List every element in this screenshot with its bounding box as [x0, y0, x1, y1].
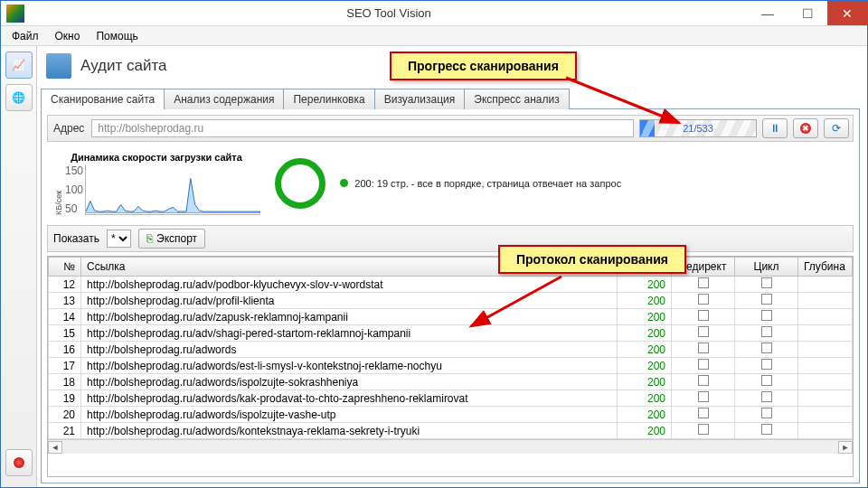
status-dot-icon — [340, 179, 348, 187]
cell-cycle[interactable] — [735, 309, 798, 325]
table-row[interactable]: 13http://bolsheprodag.ru/adv/profil-klie… — [49, 293, 853, 309]
table-row[interactable]: 16http://bolsheprodag.ru/adwords200 — [49, 342, 853, 358]
cell-redirect[interactable] — [672, 309, 735, 325]
cell-depth — [798, 293, 853, 309]
vertical-toolbar: 📈 🌐 — [1, 46, 37, 487]
pause-button[interactable]: ⏸ — [762, 118, 788, 138]
cell-cycle[interactable] — [735, 325, 798, 342]
filter-select[interactable]: * — [107, 230, 131, 248]
table-row[interactable]: 18http://bolsheprodag.ru/adwords/ispolzu… — [49, 374, 853, 390]
minimize-button[interactable]: — — [748, 1, 788, 25]
refresh-icon: ⟳ — [832, 122, 841, 135]
table-row[interactable]: 19http://bolsheprodag.ru/adwords/kak-pro… — [49, 390, 853, 407]
cell-no: 20 — [49, 407, 81, 423]
audit-icon — [46, 53, 71, 79]
callout-protocol: Протокол сканирования — [498, 245, 686, 274]
table-row[interactable]: 20http://bolsheprodag.ru/adwords/ispolzu… — [49, 407, 853, 423]
cell-answer: 200 — [618, 358, 672, 374]
chart-icon: 📈 — [12, 59, 25, 71]
cell-redirect[interactable] — [672, 325, 735, 342]
cell-redirect[interactable] — [672, 277, 735, 293]
scroll-left-icon[interactable]: ◄ — [48, 441, 62, 454]
app-icon — [6, 5, 24, 23]
scroll-right-icon[interactable]: ► — [838, 441, 853, 454]
tool-globe-button[interactable]: 🌐 — [5, 84, 33, 111]
menu-help[interactable]: Помощь — [89, 28, 145, 44]
pause-icon: ⏸ — [769, 122, 780, 135]
cell-answer: 200 — [618, 407, 672, 423]
cell-answer: 200 — [618, 277, 672, 293]
cell-redirect[interactable] — [672, 293, 735, 309]
tab-express[interactable]: Экспресс анализ — [464, 89, 569, 109]
cell-cycle[interactable] — [735, 358, 798, 374]
cell-redirect[interactable] — [672, 342, 735, 358]
col-no[interactable]: № — [49, 258, 81, 277]
cell-depth — [798, 374, 853, 390]
cell-answer: 200 — [618, 374, 672, 390]
status-legend: 200: 19 стр. - все в порядке, страница о… — [340, 177, 621, 190]
cell-no: 18 — [49, 374, 81, 390]
cell-redirect[interactable] — [672, 390, 735, 407]
cell-cycle[interactable] — [735, 390, 798, 407]
export-button[interactable]: ⎘ Экспорт — [138, 229, 205, 249]
address-label: Адрес — [52, 122, 86, 135]
chart-area — [85, 164, 260, 215]
tab-visual[interactable]: Визуализация — [374, 89, 466, 109]
cell-cycle[interactable] — [735, 407, 798, 423]
export-label: Экспорт — [156, 232, 197, 245]
cell-link: http://bolsheprodag.ru/adv/profil-klient… — [81, 293, 618, 309]
cell-cycle[interactable] — [735, 342, 798, 358]
status-ring — [275, 158, 326, 209]
table-row[interactable]: 14http://bolsheprodag.ru/adv/zapusk-rekl… — [49, 309, 853, 325]
cell-redirect[interactable] — [672, 423, 735, 439]
cell-link: http://bolsheprodag.ru/adv/shagi-pered-s… — [81, 325, 618, 342]
refresh-button[interactable]: ⟳ — [824, 118, 849, 138]
table-row[interactable]: 21http://bolsheprodag.ru/adwords/konteks… — [49, 423, 853, 439]
legend-text: 200: 19 стр. - все в порядке, страница о… — [354, 178, 621, 189]
cell-answer: 200 — [618, 293, 672, 309]
close-button[interactable]: ✕ — [827, 1, 867, 25]
cell-depth — [798, 342, 853, 358]
horizontal-scrollbar[interactable]: ◄ ► — [48, 439, 853, 454]
stop-icon: ✖ — [800, 123, 811, 134]
address-input[interactable] — [91, 119, 634, 137]
cell-redirect[interactable] — [672, 407, 735, 423]
cell-depth — [798, 390, 853, 407]
tab-scan[interactable]: Сканирование сайта — [41, 89, 165, 109]
menu-file[interactable]: Файл — [5, 28, 46, 44]
cell-cycle[interactable] — [735, 293, 798, 309]
record-button[interactable] — [5, 449, 33, 476]
callout-progress: Прогресс сканирования — [390, 52, 577, 80]
stop-button[interactable]: ✖ — [793, 118, 818, 138]
chart-title: Динамика скорости загрузки сайта — [52, 152, 260, 163]
cell-cycle[interactable] — [735, 374, 798, 390]
cell-depth — [798, 358, 853, 374]
col-cycle[interactable]: Цикл — [735, 258, 798, 277]
table-row[interactable]: 15http://bolsheprodag.ru/adv/shagi-pered… — [49, 325, 853, 342]
col-depth[interactable]: Глубина — [798, 258, 853, 277]
cell-cycle[interactable] — [735, 277, 798, 293]
cell-answer: 200 — [618, 325, 672, 342]
progress-text: 21/533 — [640, 120, 756, 136]
table-row[interactable]: 17http://bolsheprodag.ru/adwords/est-li-… — [49, 358, 853, 374]
tab-content[interactable]: Анализ содержания — [164, 89, 284, 109]
cell-cycle[interactable] — [735, 423, 798, 439]
table-row[interactable]: 12http://bolsheprodag.ru/adv/podbor-klyu… — [49, 277, 853, 293]
cell-redirect[interactable] — [672, 358, 735, 374]
maximize-button[interactable]: ☐ — [788, 1, 827, 25]
filter-label: Показать — [53, 232, 99, 245]
tool-audit-button[interactable]: 📈 — [5, 52, 33, 79]
cell-depth — [798, 309, 853, 325]
window-title: SEO Tool Vision — [30, 6, 748, 20]
cell-answer: 200 — [618, 390, 672, 407]
menu-window[interactable]: Окно — [48, 28, 88, 44]
globe-icon: 🌐 — [12, 91, 25, 104]
chart-ylabel: КБ/сек — [52, 164, 65, 215]
cell-redirect[interactable] — [672, 374, 735, 390]
cell-no: 12 — [49, 277, 81, 293]
cell-answer: 200 — [618, 423, 672, 439]
speed-chart: Динамика скорости загрузки сайта КБ/сек … — [52, 152, 260, 215]
tab-content-panel: Адрес 21/533 ⏸ ✖ ⟳ Динамика скорости заг… — [41, 109, 860, 483]
cell-link: http://bolsheprodag.ru/adwords/ispolzujt… — [81, 407, 618, 423]
tab-linking[interactable]: Перелинковка — [283, 89, 374, 109]
